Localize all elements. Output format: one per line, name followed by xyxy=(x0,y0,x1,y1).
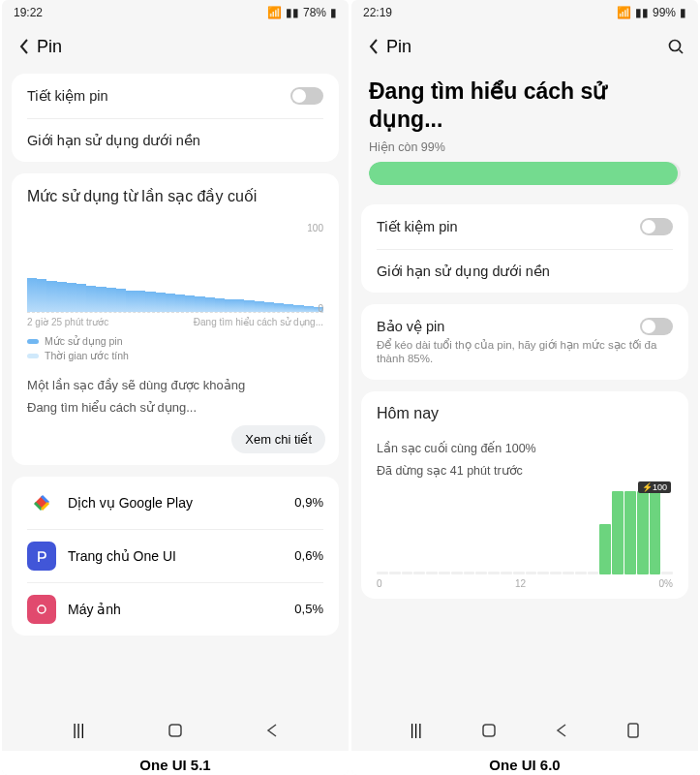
app-icon xyxy=(27,595,56,624)
svg-rect-3 xyxy=(169,725,181,736)
app-row[interactable]: Trang chủ One UI0,6% xyxy=(12,530,339,582)
usage-chart: 100 0 2 giờ 25 phút trước Đang tìm hiểu … xyxy=(12,219,339,373)
card-usage: Mức sử dụng từ lần sạc đầy cuối 100 0 2 … xyxy=(12,173,339,465)
header: Pin xyxy=(351,25,698,68)
svg-rect-6 xyxy=(483,725,495,736)
x-right: Đang tìm hiểu cách sử dụng... xyxy=(194,317,323,327)
nav-back-icon[interactable] xyxy=(266,724,278,737)
legend-dot-estimate xyxy=(27,354,39,358)
signal-icon: ▮▮ xyxy=(286,6,299,19)
caption-right: One UI 6.0 xyxy=(351,751,698,775)
x-left: 2 giờ 25 phút trước xyxy=(27,317,108,327)
app-name: Máy ảnh xyxy=(68,602,294,617)
row-bg-limit[interactable]: Giới hạn sử dụng dưới nền xyxy=(361,250,688,293)
svg-rect-7 xyxy=(628,724,638,737)
protect-toggle[interactable] xyxy=(640,318,673,335)
svg-line-5 xyxy=(680,50,684,54)
battery-progress xyxy=(369,162,681,185)
card-protect: Bảo vệ pin Để kéo dài tuổi thọ của pin, … xyxy=(361,304,688,381)
charge-desc-2: Đang tìm hiểu cách sử dụng... xyxy=(12,395,339,418)
hero-title: Đang tìm hiểu cách sử dụng... xyxy=(369,78,681,134)
nav-home-icon[interactable] xyxy=(167,723,183,738)
hero: Đang tìm hiểu cách sử dụng... Hiện còn 9… xyxy=(351,68,698,199)
power-saving-toggle[interactable] xyxy=(640,218,673,235)
status-bar: 22:19 📶 ▮▮ 99% ▮ xyxy=(351,0,698,25)
app-pct: 0,5% xyxy=(294,602,323,616)
stopped-charge: Đã dừng sạc 41 phút trước xyxy=(361,458,688,483)
wifi-icon: 📶 xyxy=(267,6,282,19)
navbar: ||| xyxy=(351,712,698,751)
signal-icon: ▮▮ xyxy=(635,6,649,19)
svg-rect-0 xyxy=(33,547,50,565)
hero-sub: Hiện còn 99% xyxy=(369,140,681,154)
power-saving-label: Tiết kiệm pin xyxy=(27,88,290,104)
phone-left: 19:22 📶 ▮▮ 78% ▮ Pin Tiết kiệm pin Giới … xyxy=(2,0,349,775)
row-power-saving[interactable]: Tiết kiệm pin xyxy=(12,74,339,118)
svg-rect-1 xyxy=(33,601,50,618)
last-charge: Lần sạc cuối cùng đến 100% xyxy=(361,436,688,457)
app-icon xyxy=(27,488,56,517)
navbar: ||| xyxy=(2,712,349,751)
app-icon xyxy=(27,542,56,571)
legend-dot-usage xyxy=(27,339,39,344)
app-row[interactable]: Dịch vụ Google Play0,9% xyxy=(12,477,339,529)
back-button[interactable] xyxy=(12,35,37,58)
app-pct: 0,9% xyxy=(294,495,323,510)
bg-limit-label: Giới hạn sử dụng dưới nền xyxy=(27,133,323,148)
battery-percent: 99% xyxy=(653,6,676,19)
header: Pin xyxy=(2,25,349,68)
card-today: Hôm nay Lần sạc cuối cùng đến 100% Đã dừ… xyxy=(361,391,688,598)
today-chart: ⚡100 xyxy=(377,491,673,574)
battery-icon: ▮ xyxy=(680,6,686,19)
row-power-saving[interactable]: Tiết kiệm pin xyxy=(361,204,688,249)
usage-title: Mức sử dụng từ lần sạc đầy cuối xyxy=(12,173,339,219)
card-settings: Tiết kiệm pin Giới hạn sử dụng dưới nền xyxy=(12,74,339,162)
caption-left: One UI 5.1 xyxy=(2,751,349,775)
back-button[interactable] xyxy=(361,35,386,58)
protect-sub: Để kéo dài tuổi thọ của pin, hãy giới hạ… xyxy=(377,338,673,367)
search-icon[interactable] xyxy=(667,38,685,55)
row-bg-limit[interactable]: Giới hạn sử dụng dưới nền xyxy=(12,119,339,162)
nav-extra-icon[interactable] xyxy=(626,723,640,738)
card-apps: Dịch vụ Google Play0,9%Trang chủ One UI0… xyxy=(12,477,339,636)
nav-recents-icon[interactable]: ||| xyxy=(410,722,421,739)
phone-right: 22:19 📶 ▮▮ 99% ▮ Pin Đang tìm hiểu cách … xyxy=(351,0,698,775)
nav-back-icon[interactable] xyxy=(556,724,567,737)
nav-recents-icon[interactable]: ||| xyxy=(73,722,84,739)
app-name: Dịch vụ Google Play xyxy=(68,495,294,511)
charge-badge: ⚡100 xyxy=(638,481,671,493)
status-bar: 19:22 📶 ▮▮ 78% ▮ xyxy=(2,0,349,25)
page-title: Pin xyxy=(386,37,411,57)
wifi-icon: 📶 xyxy=(617,6,631,19)
app-row[interactable]: Máy ảnh0,5% xyxy=(12,583,339,636)
row-protect[interactable]: Bảo vệ pin Để kéo dài tuổi thọ của pin, … xyxy=(361,304,688,381)
card-settings: Tiết kiệm pin Giới hạn sử dụng dưới nền xyxy=(361,204,688,293)
status-time: 19:22 xyxy=(14,6,43,19)
power-saving-toggle[interactable] xyxy=(290,87,323,105)
app-pct: 0,6% xyxy=(294,548,323,563)
detail-button[interactable]: Xem chi tiết xyxy=(231,425,325,453)
nav-home-icon[interactable] xyxy=(481,723,497,738)
status-time: 22:19 xyxy=(363,6,392,19)
svg-point-4 xyxy=(670,41,681,51)
app-name: Trang chủ One UI xyxy=(68,548,294,564)
page-title: Pin xyxy=(37,37,62,57)
battery-percent: 78% xyxy=(303,6,326,19)
battery-icon: ▮ xyxy=(330,6,337,19)
charge-desc-1: Một lần sạc đầy sẽ dùng được khoảng xyxy=(12,373,339,395)
today-title: Hôm nay xyxy=(361,391,688,436)
